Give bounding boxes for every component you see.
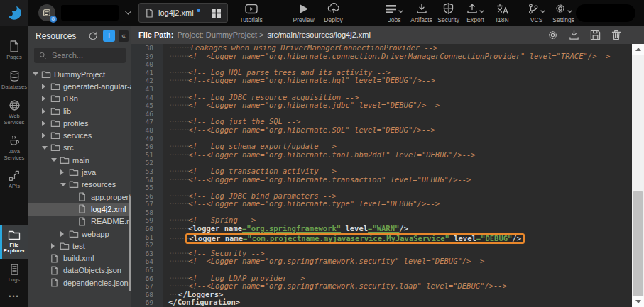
line-number: 66 bbox=[131, 274, 163, 283]
refresh-icon[interactable] bbox=[88, 31, 98, 41]
tree-item-label: dependencies.json bbox=[63, 279, 129, 287]
code-line-57[interactable]: 57········<!--<Logger name="org.hibernat… bbox=[131, 200, 632, 208]
tree-closed-arrow-icon[interactable] bbox=[42, 84, 50, 89]
tree-open-arrow-icon[interactable] bbox=[42, 146, 50, 150]
security-button[interactable]: Security bbox=[437, 2, 461, 23]
project-icon[interactable]: ⚙ bbox=[38, 4, 55, 21]
search-input[interactable] bbox=[50, 50, 121, 60]
vcs-label: VCS bbox=[530, 16, 542, 23]
tree-closed-arrow-icon[interactable] bbox=[60, 231, 69, 237]
tree-closed-arrow-icon[interactable] bbox=[60, 169, 69, 175]
sidebar-item-java-services[interactable]: Java Services bbox=[0, 130, 28, 165]
scroll-down-button[interactable] bbox=[632, 296, 644, 307]
code-line-42[interactable]: 42········<!--<Logger name="org.hibernat… bbox=[131, 77, 632, 85]
tree-item-generated-angular-app[interactable]: generated-angular-app bbox=[28, 80, 131, 92]
open-file-tab[interactable]: log4j2.xml bbox=[138, 3, 228, 23]
tree-item-dependencies.json[interactable]: dependencies.json bbox=[28, 277, 131, 289]
file-explorer-label: File Explorer bbox=[2, 242, 26, 255]
deploy-button[interactable]: Deploy bbox=[322, 2, 346, 23]
tree-item-DummyProject[interactable]: DummyProject bbox=[28, 68, 131, 80]
line-number: 51 bbox=[131, 151, 163, 160]
export-button[interactable]: Export bbox=[464, 2, 488, 23]
code-line-54[interactable]: 54········<!--<Logger name="org.hibernat… bbox=[131, 176, 632, 184]
jobs-button[interactable]: Jobs bbox=[383, 2, 407, 23]
download-file-icon[interactable] bbox=[569, 30, 579, 40]
settings-button[interactable]: Settings bbox=[552, 2, 576, 23]
add-resource-button[interactable]: + bbox=[103, 30, 115, 42]
tree-item-java[interactable]: java bbox=[28, 166, 131, 178]
more-options-ellipsis-icon[interactable]: ••• bbox=[0, 287, 28, 307]
tree-closed-arrow-icon[interactable] bbox=[42, 108, 50, 114]
folder-icon bbox=[50, 107, 61, 116]
code-line-60[interactable]: 60········<logger name="org.springframew… bbox=[131, 225, 632, 233]
folder-icon bbox=[69, 180, 80, 189]
logs-icon bbox=[9, 264, 20, 275]
tree-item-lib[interactable]: lib bbox=[28, 105, 131, 117]
tree-open-arrow-icon[interactable] bbox=[33, 72, 41, 76]
code-text bbox=[163, 135, 168, 143]
vcs-button[interactable]: VCS bbox=[525, 2, 549, 23]
editor-settings-gear-icon[interactable] bbox=[547, 30, 558, 40]
scroll-up-button[interactable] bbox=[632, 44, 644, 55]
i18n-button[interactable]: I18N bbox=[491, 2, 515, 23]
tutorials-button[interactable]: Tutorials bbox=[239, 2, 263, 23]
tree-item-label: resources bbox=[82, 180, 116, 189]
vcs-chevron-down-icon bbox=[540, 10, 545, 13]
tree-closed-arrow-icon[interactable] bbox=[51, 243, 60, 249]
resources-scrollbar-thumb[interactable] bbox=[129, 196, 131, 291]
line-number: 61 bbox=[131, 233, 163, 242]
sidebar-item-logs[interactable]: Logs bbox=[0, 259, 28, 288]
folder-icon bbox=[60, 156, 70, 164]
tree-item-test[interactable]: test bbox=[28, 240, 131, 252]
tree-item-main[interactable]: main bbox=[28, 154, 131, 166]
tree-item-label: README.md bbox=[91, 217, 131, 225]
tree-item-resources[interactable]: resources bbox=[28, 179, 131, 191]
tree-closed-arrow-icon[interactable] bbox=[42, 121, 50, 126]
user-account-redacted[interactable] bbox=[576, 4, 635, 22]
artifacts-button[interactable]: Artifacts bbox=[410, 2, 434, 23]
code-line-51[interactable]: 51········<!--<Logger name="org.hibernat… bbox=[131, 151, 632, 160]
editor-scrollbar[interactable] bbox=[632, 44, 644, 307]
layout-grid-icon[interactable] bbox=[212, 9, 221, 18]
code-line-39[interactable]: 39········<!--<Logger name="org.hibernat… bbox=[131, 52, 632, 61]
resource-search-box[interactable] bbox=[34, 48, 126, 63]
code-line-64[interactable]: 64········<!--<Logger name="org.springfr… bbox=[131, 257, 632, 266]
tree-closed-arrow-icon[interactable] bbox=[42, 133, 50, 138]
tree-item-log4j2.xml[interactable]: log4j2.xml bbox=[28, 203, 131, 215]
tree-item-i18n[interactable]: i18n bbox=[28, 93, 131, 105]
app-logo[interactable] bbox=[0, 0, 28, 26]
line-number: 55 bbox=[131, 184, 163, 192]
tree-item-profiles[interactable]: profiles bbox=[28, 117, 131, 129]
tree-item-src[interactable]: src bbox=[28, 142, 131, 154]
tree-item-dataObjects.json[interactable]: dataObjects.json bbox=[28, 264, 131, 277]
settings-label: Settings bbox=[552, 16, 574, 23]
delete-file-icon[interactable] bbox=[611, 30, 621, 40]
project-name-redacted[interactable] bbox=[61, 5, 119, 21]
collapse-panel-icon[interactable]: « bbox=[119, 30, 129, 42]
code-editor[interactable]: 38·········Leakages when using DriverMan… bbox=[131, 44, 632, 307]
project-chevron-down-icon[interactable] bbox=[125, 11, 131, 16]
tree-closed-arrow-icon[interactable] bbox=[42, 96, 50, 101]
tree-item-label: DummyProject bbox=[54, 70, 105, 79]
line-number: 40 bbox=[131, 60, 163, 69]
code-line-48[interactable]: 48········<!--<Logger name="org.hibernat… bbox=[131, 126, 632, 135]
tree-item-build.xml[interactable]: build.xml bbox=[28, 252, 131, 264]
save-file-icon[interactable] bbox=[590, 30, 601, 40]
tree-item-app.properties[interactable]: app.properties bbox=[28, 191, 131, 203]
sidebar-item-apis[interactable]: APIs bbox=[0, 165, 28, 194]
tree-item-README.md[interactable]: README.md bbox=[28, 216, 131, 228]
tree-open-arrow-icon[interactable] bbox=[51, 158, 60, 162]
tree-item-webapp[interactable]: webapp bbox=[28, 228, 131, 240]
sidebar-item-web-services[interactable]: Web Services bbox=[0, 94, 28, 130]
scrollbar-thumb[interactable] bbox=[633, 191, 643, 298]
tree-item-services[interactable]: services bbox=[28, 129, 131, 141]
tree-open-arrow-icon[interactable] bbox=[60, 183, 69, 186]
preview-button[interactable]: Preview bbox=[292, 2, 316, 23]
unsaved-indicator-dot bbox=[197, 9, 200, 12]
sidebar-item-databases[interactable]: Databases bbox=[0, 65, 28, 95]
sidebar-item-pages[interactable]: Pages bbox=[0, 35, 28, 65]
sidebar-item-file-explorer[interactable]: File Explorer bbox=[0, 225, 28, 259]
code-line-45[interactable]: 45········<!--<Logger name="org.hibernat… bbox=[131, 101, 632, 110]
code-line-69[interactable]: 69</Configuration> bbox=[131, 298, 632, 307]
code-line-61[interactable]: 61········<logger name="com.projectname.… bbox=[131, 233, 632, 242]
